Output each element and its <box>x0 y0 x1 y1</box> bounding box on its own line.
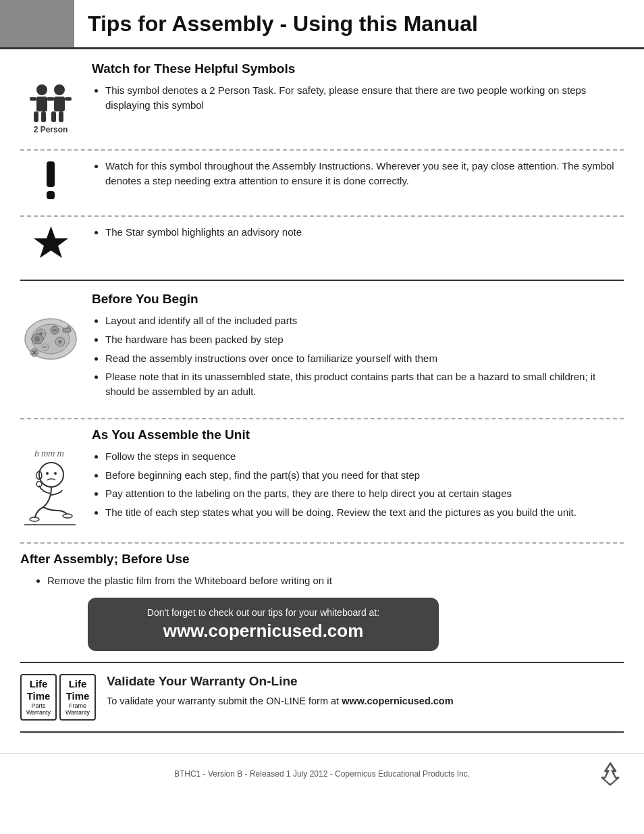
svg-point-6 <box>54 84 65 95</box>
svg-rect-29 <box>63 328 71 332</box>
assemble-bullet-2: Before beginning each step, find the par… <box>105 468 624 483</box>
svg-point-35 <box>46 472 49 475</box>
warranty-badge-frame: Life Time Frame Warranty <box>59 674 96 721</box>
svg-point-28 <box>34 336 40 342</box>
before-begin-bullets: Layout and identify all of the included … <box>92 313 624 403</box>
svg-rect-9 <box>59 111 63 122</box>
svg-rect-2 <box>34 111 38 122</box>
warranty-body: Validate Your Warranty On-Line To valida… <box>107 674 624 709</box>
badge2-frame: Frame <box>64 702 91 710</box>
badge2-warranty: Warranty <box>64 709 91 716</box>
svg-point-34 <box>39 463 63 487</box>
assemble-bullets: Follow the steps in sequence Before begi… <box>92 449 624 524</box>
badge1-time: Time <box>25 690 52 702</box>
svg-rect-11 <box>65 97 72 101</box>
svg-rect-3 <box>41 111 46 122</box>
before-begin-bullet-1: Layout and identify all of the included … <box>105 313 624 328</box>
two-person-row: 2 Person This symbol denotes a 2 Person … <box>20 83 624 141</box>
website-url[interactable]: www.copernicused.com <box>108 621 419 642</box>
attention-desc: Watch for this symbol throughout the Ass… <box>92 159 624 192</box>
warranty-text-before: To validate your warranty submit the ON-… <box>107 696 342 706</box>
badge1-warranty: Warranty <box>25 709 52 716</box>
thinking-man-icon-area: h mm m <box>20 449 81 527</box>
badge2-time: Time <box>64 690 91 702</box>
hardware-icon-area <box>20 313 81 364</box>
warranty-section: Life Time Parts Warranty Life Time Frame… <box>20 662 624 733</box>
dotted-divider-4 <box>20 542 624 544</box>
two-person-svg <box>27 83 74 124</box>
svg-rect-4 <box>30 97 36 101</box>
dotted-divider-3 <box>20 418 624 419</box>
hardware-svg <box>21 313 80 364</box>
star-svg <box>32 225 70 262</box>
attention-bullet: Watch for this symbol throughout the Ass… <box>105 159 624 188</box>
recycle-icon <box>597 760 624 787</box>
exclamation-icon-area <box>20 159 81 201</box>
svg-rect-12 <box>47 161 55 187</box>
assemble-bullet-4: The title of each step states what you w… <box>105 505 624 520</box>
page-header: Tips for Assembly - Using this Manual <box>0 0 644 49</box>
exclamation-row: Watch for this symbol throughout the Ass… <box>20 159 624 207</box>
website-box[interactable]: Don't forget to check out our tips for y… <box>88 598 439 651</box>
two-person-label: 2 Person <box>34 125 68 134</box>
before-begin-bullet-4: Please note that in its unassembled stat… <box>105 369 624 399</box>
svg-point-0 <box>36 84 47 95</box>
hmm-text: h mm m <box>34 449 66 459</box>
website-tip-text: Don't forget to check out our tips for y… <box>108 607 419 618</box>
warranty-badge-parts: Life Time Parts Warranty <box>20 674 57 721</box>
svg-rect-30 <box>67 326 70 328</box>
divider-2 <box>20 215 624 217</box>
two-person-desc: This symbol denotes a 2 Person Task. For… <box>92 83 624 117</box>
assemble-content: h mm m <box>20 449 624 534</box>
thinking-man-svg <box>23 460 78 527</box>
star-icon-area <box>20 225 81 262</box>
exclamation-svg <box>36 161 65 201</box>
before-begin-content: Layout and identify all of the included … <box>20 313 624 410</box>
star-desc: The Star symbol highlights an advisory n… <box>92 225 624 244</box>
assemble-section: As You Assemble the Unit h mm m <box>20 427 624 534</box>
warranty-badges: Life Time Parts Warranty Life Time Frame… <box>20 674 96 721</box>
badge2-life: Life <box>64 678 91 690</box>
after-assembly-section: After Assembly; Before Use Remove the pl… <box>20 552 624 651</box>
star-bullet: The Star symbol highlights an advisory n… <box>105 225 624 240</box>
svg-point-39 <box>30 517 39 521</box>
assemble-title: As You Assemble the Unit <box>92 427 624 442</box>
svg-rect-1 <box>36 97 47 111</box>
warranty-title: Validate Your Warranty On-Line <box>107 674 624 689</box>
svg-rect-13 <box>47 191 55 199</box>
assemble-bullet-3: Pay attention to the labeling on the par… <box>105 486 624 501</box>
two-person-icon-area: 2 Person <box>20 83 81 134</box>
badge1-parts: Parts <box>25 702 52 710</box>
badge1-life: Life <box>25 678 52 690</box>
svg-point-36 <box>54 472 57 475</box>
after-assembly-bullet-1: Remove the plastic film from the Whitebo… <box>47 573 624 588</box>
page-footer: BTHC1 - Version B - Released 1 July 2012… <box>0 753 644 794</box>
assemble-bullet-1: Follow the steps in sequence <box>105 449 624 464</box>
before-begin-section: Before You Begin <box>20 292 624 410</box>
warranty-text: To validate your warranty submit the ON-… <box>107 694 624 709</box>
divider-1 <box>20 149 624 151</box>
footer-text: BTHC1 - Version B - Released 1 July 2012… <box>47 769 597 779</box>
symbols-title: Watch for These Helpful Symbols <box>92 61 624 76</box>
svg-marker-14 <box>34 226 68 258</box>
before-begin-title: Before You Begin <box>92 292 624 307</box>
svg-rect-10 <box>47 97 54 101</box>
page-title: Tips for Assembly - Using this Manual <box>74 0 491 47</box>
symbols-section: Watch for These Helpful Symbols <box>20 61 624 269</box>
svg-point-40 <box>63 514 72 518</box>
main-content: Watch for These Helpful Symbols <box>0 61 644 733</box>
svg-rect-7 <box>54 97 65 111</box>
header-gray-box <box>0 0 74 47</box>
star-row: The Star symbol highlights an advisory n… <box>20 225 624 269</box>
svg-rect-8 <box>51 111 56 122</box>
after-assembly-title: After Assembly; Before Use <box>20 552 624 567</box>
before-begin-bullet-3: Read the assembly instructions over once… <box>105 351 624 366</box>
before-begin-bullet-2: The hardware has been packed by step <box>105 332 624 347</box>
solid-divider-1 <box>20 280 624 281</box>
two-person-bullet: This symbol denotes a 2 Person Task. For… <box>105 83 624 113</box>
warranty-url[interactable]: www.copernicused.com <box>342 696 453 706</box>
